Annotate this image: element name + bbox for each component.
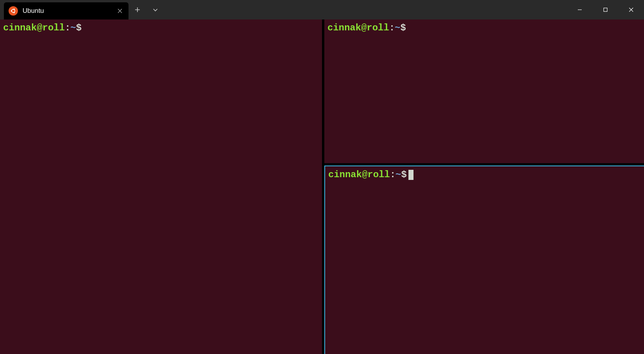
terminal-area: cinnak@roll:~$ cinnak@roll:~$ cinnak@rol… <box>0 19 644 354</box>
tab-title: Ubuntu <box>23 7 111 15</box>
prompt-line: cinnak@roll:~$ <box>327 23 406 33</box>
prompt-dollar: $ <box>400 23 406 33</box>
prompt-line: cinnak@roll:~$ <box>328 169 413 180</box>
prompt-path: ~ <box>395 23 400 33</box>
window-controls <box>567 0 644 19</box>
svg-rect-4 <box>604 8 607 12</box>
tab-dropdown-button[interactable] <box>146 0 164 19</box>
prompt-separator: : <box>390 169 395 180</box>
prompt-user-host: cinnak@roll <box>328 169 390 180</box>
prompt-user-host: cinnak@roll <box>3 23 65 33</box>
prompt-separator: : <box>65 23 70 33</box>
vertical-splitter[interactable] <box>321 19 323 354</box>
prompt-path: ~ <box>70 23 76 33</box>
titlebar-left: Ubuntu <box>0 0 164 19</box>
prompt-separator: : <box>389 23 394 33</box>
terminal-pane-bottom-right[interactable]: cinnak@roll:~$ <box>324 166 644 354</box>
maximize-button[interactable] <box>593 0 618 19</box>
prompt-path: ~ <box>396 169 401 180</box>
prompt-dollar: $ <box>401 169 406 180</box>
terminal-right-column: cinnak@roll:~$ cinnak@roll:~$ <box>322 19 644 354</box>
prompt-line: cinnak@roll:~$ <box>3 23 82 33</box>
ubuntu-icon <box>9 6 18 16</box>
terminal-pane-left[interactable]: cinnak@roll:~$ <box>0 19 322 354</box>
new-tab-button[interactable] <box>128 0 146 19</box>
svg-point-3 <box>12 9 15 12</box>
titlebar: Ubuntu <box>0 0 644 19</box>
tab-ubuntu[interactable]: Ubuntu <box>4 2 128 19</box>
tab-close-button[interactable] <box>116 7 124 15</box>
terminal-pane-top-right[interactable]: cinnak@roll:~$ <box>324 19 644 163</box>
cursor-icon <box>408 170 413 180</box>
titlebar-tab-actions <box>128 0 164 19</box>
close-window-button[interactable] <box>618 0 644 19</box>
prompt-user-host: cinnak@roll <box>327 23 389 33</box>
minimize-button[interactable] <box>567 0 593 19</box>
prompt-dollar: $ <box>76 23 81 33</box>
